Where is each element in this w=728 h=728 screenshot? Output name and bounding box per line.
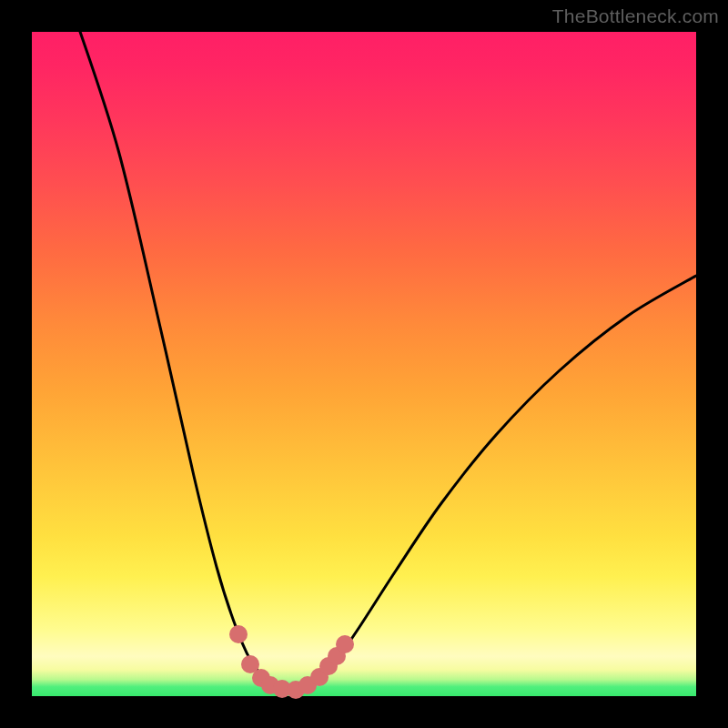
plot-area — [32, 32, 696, 696]
chart-svg — [32, 32, 696, 696]
marker-point — [229, 625, 248, 643]
marker-point — [336, 635, 354, 653]
bottleneck-curve — [76, 18, 696, 691]
outer-frame: TheBottleneck.com — [0, 0, 728, 728]
curve-markers — [229, 625, 354, 699]
watermark-text: TheBottleneck.com — [552, 5, 719, 27]
